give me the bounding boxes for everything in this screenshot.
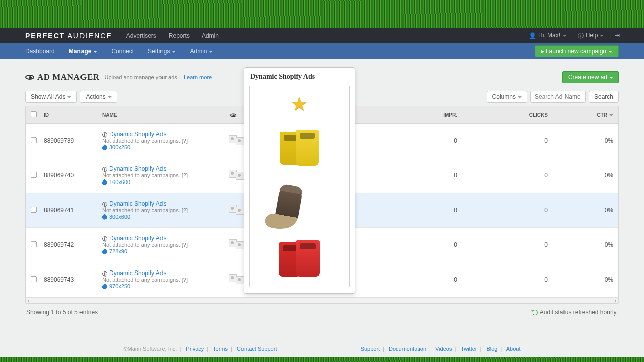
create-ad-button[interactable]: Create new ad [562, 71, 619, 83]
decorative-footer-image [0, 357, 644, 362]
col-id[interactable]: ID [39, 106, 97, 124]
nav-connect[interactable]: Connect [111, 48, 134, 55]
ad-name-link[interactable]: Dynamic Shopify Ads [109, 269, 166, 277]
row-checkbox[interactable] [31, 207, 37, 213]
footer-privacy[interactable]: Privacy [186, 346, 204, 352]
ad-preview-popup: Dynamic Shopify Ads ★ [244, 67, 355, 294]
learn-more-link[interactable]: Learn more [184, 74, 212, 80]
footer-videos[interactable]: Videos [435, 346, 452, 352]
cell-clicks: 0 [462, 193, 553, 228]
nav-dashboard[interactable]: Dashboard [25, 48, 55, 55]
row-checkbox[interactable] [31, 137, 37, 143]
cell-id: 889069743 [39, 262, 97, 297]
main-nav: Dashboard Manage Connect Settings Admin … [0, 43, 644, 59]
col-impr[interactable]: IMPR. [372, 106, 462, 124]
cell-id: 889069741 [39, 193, 97, 228]
footer-support[interactable]: Support [361, 346, 380, 352]
search-input[interactable] [530, 90, 586, 103]
row-checkbox[interactable] [31, 172, 37, 178]
logout-icon[interactable]: ⇥ [615, 32, 620, 39]
globe-icon [102, 132, 107, 137]
col-clicks[interactable]: CLICKS [462, 106, 553, 124]
nav-admin[interactable]: Admin [190, 48, 213, 55]
entries-summary: Showing 1 to 5 of 5 entries [26, 309, 98, 316]
show-filter-dropdown[interactable]: Show All Ads [25, 90, 77, 103]
product-image-yellow-bags [277, 130, 322, 170]
footer-terms[interactable]: Terms [213, 346, 228, 352]
user-menu[interactable]: 👤Hi, Max! [529, 32, 567, 39]
ad-dimension-link[interactable]: 728x90 [109, 248, 127, 254]
globe-icon [102, 236, 107, 241]
col-ctr[interactable]: CTR [553, 106, 618, 124]
cell-clicks: 0 [462, 262, 553, 297]
cell-id: 889069742 [39, 228, 97, 262]
tag-icon [101, 179, 108, 186]
launch-campaign-button[interactable]: ▸ Launch new campaign [535, 45, 619, 57]
cell-id: 889069740 [39, 158, 97, 193]
eye-icon [25, 75, 34, 80]
footer-contact[interactable]: Contact Support [237, 346, 277, 352]
ad-sub-text: Not attached to any campaigns. [?] [102, 207, 219, 213]
refresh-icon [532, 310, 538, 315]
ad-dimension-link[interactable]: 970x250 [109, 283, 130, 289]
nav-advertisers[interactable]: Advertisers [126, 32, 156, 39]
star-icon: ★ [291, 93, 308, 115]
footer-doc[interactable]: Documentation [389, 346, 426, 352]
cell-name: Dynamic Shopify AdsNot attached to any c… [97, 158, 224, 193]
footer: ©Marin Software, Inc.| Privacy| Terms| C… [0, 326, 644, 357]
actions-dropdown[interactable]: Actions [80, 90, 117, 103]
nav-admin-top[interactable]: Admin [202, 32, 219, 39]
ad-name-link[interactable]: Dynamic Shopify Ads [109, 235, 166, 242]
ad-dimension-link[interactable]: 300x600 [109, 214, 130, 220]
ad-name-link[interactable]: Dynamic Shopify Ads [109, 131, 166, 138]
nav-reports[interactable]: Reports [169, 32, 190, 39]
ad-dimension-link[interactable]: 160x600 [109, 179, 130, 185]
cell-impr: 0 [372, 262, 462, 297]
cell-ctr: 0% [553, 124, 618, 158]
footer-twitter[interactable]: Twitter [461, 346, 477, 352]
page-title: AD MANAGER [37, 72, 100, 82]
cell-ctr: 0% [553, 228, 618, 262]
search-button[interactable]: Search [589, 90, 619, 103]
row-checkbox[interactable] [31, 276, 37, 282]
cell-impr: 0 [372, 193, 462, 228]
help-menu[interactable]: ⓘHelp [578, 32, 604, 39]
ad-sub-text: Not attached to any campaigns. [?] [102, 277, 219, 283]
product-image-red-bags [277, 240, 322, 281]
tag-icon [101, 248, 108, 255]
ad-name-link[interactable]: Dynamic Shopify Ads [109, 165, 166, 172]
globe-icon [102, 202, 107, 207]
cell-id: 889069739 [39, 124, 97, 158]
col-name[interactable]: NAME [97, 106, 224, 124]
columns-dropdown[interactable]: Columns [487, 90, 527, 103]
cell-impr: 0 [372, 124, 462, 158]
top-bar: PERFECT AUDIENCE Advertisers Reports Adm… [0, 28, 644, 43]
brand-logo[interactable]: PERFECT AUDIENCE [25, 32, 112, 40]
ad-name-link[interactable]: Dynamic Shopify Ads [109, 200, 166, 207]
footer-copyright: ©Marin Software, Inc. [123, 346, 177, 352]
row-checkbox[interactable] [31, 241, 37, 247]
col-preview[interactable] [224, 106, 244, 124]
nav-settings[interactable]: Settings [148, 48, 176, 55]
ad-dimension-link[interactable]: 300x250 [109, 144, 130, 150]
cell-name: Dynamic Shopify AdsNot attached to any c… [97, 124, 224, 158]
cell-name: Dynamic Shopify AdsNot attached to any c… [97, 193, 224, 228]
globe-icon [102, 167, 107, 172]
horizontal-scrollbar[interactable]: ‹› [26, 297, 618, 303]
audit-status: Audit status refreshed hourly. [532, 309, 618, 316]
nav-manage[interactable]: Manage [69, 48, 98, 55]
page-subtitle: Upload and manage your ads. [105, 74, 179, 80]
cell-clicks: 0 [462, 158, 553, 193]
footer-blog[interactable]: Blog [486, 346, 497, 352]
tag-icon [101, 283, 108, 290]
flag-icon: ▸ [541, 48, 544, 55]
cell-name: Dynamic Shopify AdsNot attached to any c… [97, 228, 224, 262]
cell-impr: 0 [372, 228, 462, 262]
ad-sub-text: Not attached to any campaigns. [?] [102, 172, 219, 178]
user-icon: 👤 [529, 32, 536, 39]
product-image-sock [277, 185, 322, 225]
col-checkbox[interactable] [26, 106, 39, 124]
cell-ctr: 0% [553, 262, 618, 297]
footer-about[interactable]: About [506, 346, 521, 352]
info-icon: ⓘ [578, 32, 584, 40]
